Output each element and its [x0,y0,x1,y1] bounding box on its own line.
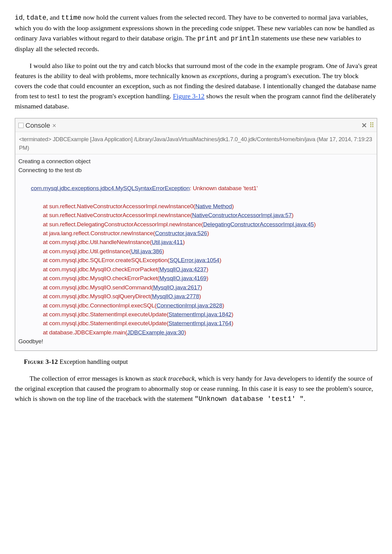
console-tab-decor: ⨯ [52,122,56,130]
code-unknown-db: "Unknown database 'test1' " [194,395,303,403]
trace-source-link[interactable]: Util.java:386 [131,248,162,254]
term-exceptions: exceptions [209,72,237,80]
stacktrace-line: at com.mysql.jdbc.MysqlIO.checkErrorPack… [18,274,374,283]
trace-prefix: at com.mysql.jdbc.MysqlIO.checkErrorPack… [43,275,159,281]
stacktrace-line: at com.mysql.jdbc.StatementImpl.executeU… [18,310,374,319]
trace-source-link[interactable]: JDBCExample.java:30 [127,329,184,336]
console-output: Creating a connection object Connecting … [15,154,377,350]
trace-source-link[interactable]: DelegatingConstructorAccessorImpl.java:4… [203,221,314,228]
trace-suffix: ) [207,230,209,236]
trace-prefix: at java.lang.reflect.Constructor.newInst… [43,230,155,236]
code-ttime: ttime [61,14,81,22]
stacktrace-line: at com.mysql.jdbc.MysqlIO.sqlQueryDirect… [18,292,374,301]
paragraph-2: I would also like to point out the try a… [15,61,377,111]
menu-icon[interactable]: ⠿ [369,120,374,130]
trace-prefix: at sun.reflect.NativeConstructorAccessor… [43,212,192,218]
console-tab-bar: Console ⨯ ✕ ⠿ [15,119,377,132]
trace-source-link[interactable]: ConnectionImpl.java:2828 [156,302,222,309]
output-line: Creating a connection object [18,157,374,166]
trace-prefix: at sun.reflect.NativeConstructorAccessor… [43,203,195,209]
trace-source-link[interactable]: MysqlIO.java:2778 [152,293,199,300]
text: , [23,13,26,21]
trace-suffix: ) [292,212,293,218]
text: , and [46,13,61,21]
text: . [304,395,306,402]
trace-source-link[interactable]: StatementImpl.java:1764 [168,320,232,326]
trace-prefix: at com.mysql.jdbc.Util.handleNewInstance… [43,239,152,245]
trace-source-link[interactable]: MysqlIO.java:4169 [159,275,206,281]
trace-source-link[interactable]: SQLError.java:1054 [169,257,219,263]
trace-source-link[interactable]: MysqlIO.java:4237 [159,266,206,273]
stacktrace-line: at sun.reflect.NativeConstructorAccessor… [18,211,374,220]
console-panel: Console ⨯ ✕ ⠿ <terminated> JDBCExample [… [15,118,377,351]
text: The collection of error messages is know… [29,375,153,382]
trace-suffix: ) [314,221,316,228]
console-toolbar: ✕ ⠿ [361,120,374,130]
stacktrace-line: at com.mysql.jdbc.ConnectionImpl.execSQL… [18,301,374,310]
trace-source-link[interactable]: Native Method [195,203,232,209]
trace-suffix: ) [162,248,164,254]
code-println: println [231,35,259,43]
trace-suffix: ) [232,203,234,209]
trace-suffix: ) [199,293,201,300]
stacktrace-line: at database.JDBCExample.main(JDBCExample… [18,328,374,337]
code-id: id [15,14,23,22]
stacktrace-line: at java.lang.reflect.Constructor.newInst… [18,229,374,238]
figure-link[interactable]: Figure 3-12 [173,92,205,100]
output-line: Connecting to the test db [18,166,374,175]
close-icon[interactable]: ✕ [361,120,367,130]
trace-suffix: ) [222,302,224,309]
output-line: Goodbye! [18,337,374,346]
figure-label: Figure 3-12 [24,358,58,365]
stacktrace-line: at com.mysql.jdbc.MysqlIO.checkErrorPack… [18,265,374,274]
trace-prefix: at database.JDBCExample.main( [43,329,127,336]
term-stack-traceback: stack traceback [153,375,194,382]
exception-class[interactable]: com.mysql.jdbc.exceptions.jdbc4.MySQLSyn… [31,185,190,191]
console-tab-label: Console [25,120,50,130]
figure-3-12: Console ⨯ ✕ ⠿ <terminated> JDBCExample [… [15,118,377,367]
figure-caption-text: Exception handling output [58,358,128,365]
text: and [217,34,231,42]
trace-suffix: ) [184,329,186,336]
exception-message: : Unknown database 'test1' [190,185,258,191]
stacktrace-line: at com.mysql.jdbc.Util.handleNewInstance… [18,238,374,247]
stacktrace-line: at com.mysql.jdbc.SQLError.createSQLExce… [18,256,374,265]
trace-suffix: ) [183,239,185,245]
console-tab[interactable]: Console ⨯ [18,120,56,130]
stacktrace-line: at sun.reflect.DelegatingConstructorAcce… [18,220,374,229]
trace-prefix: at com.mysql.jdbc.ConnectionImpl.execSQL… [43,302,156,309]
trace-prefix: at com.mysql.jdbc.StatementImpl.executeU… [43,311,168,318]
stacktrace-line: at com.mysql.jdbc.MysqlIO.sendCommand(My… [18,283,374,292]
trace-prefix: at com.mysql.jdbc.MysqlIO.sqlQueryDirect… [43,293,152,300]
figure-caption: Figure 3-12 Exception handling output [24,357,377,367]
console-icon [18,123,24,128]
trace-suffix: ) [232,311,233,318]
code-print: print [197,35,217,43]
trace-source-link[interactable]: StatementImpl.java:1842 [168,311,232,318]
trace-prefix: at com.mysql.jdbc.MysqlIO.sendCommand( [43,284,153,291]
stacktrace-line: at com.mysql.jdbc.Util.getInstance(Util.… [18,247,374,256]
stacktrace-line: at com.mysql.jdbc.StatementImpl.executeU… [18,319,374,328]
trace-suffix: ) [232,320,233,326]
terminated-line: <terminated> JDBCExample [Java Applicati… [15,132,377,154]
trace-suffix: ) [206,266,208,273]
trace-source-link[interactable]: Constructor.java:526 [155,230,207,236]
trace-prefix: at com.mysql.jdbc.StatementImpl.executeU… [43,320,168,326]
stacktrace-line: at sun.reflect.NativeConstructorAccessor… [18,202,374,211]
trace-source-link[interactable]: NativeConstructorAccessorImpl.java:57 [192,212,292,218]
paragraph-3: The collection of error messages is know… [15,373,377,404]
exception-header: com.mysql.jdbc.exceptions.jdbc4.MySQLSyn… [18,175,374,202]
trace-source-link[interactable]: MysqlIO.java:2617 [153,284,200,291]
code-tdate: tdate [26,14,46,22]
trace-prefix: at sun.reflect.DelegatingConstructorAcce… [43,221,203,228]
trace-source-link[interactable]: Util.java:411 [152,239,183,245]
trace-prefix: at com.mysql.jdbc.MysqlIO.checkErrorPack… [43,266,159,273]
trace-suffix: ) [200,284,202,291]
trace-prefix: at com.mysql.jdbc.SQLError.createSQLExce… [43,257,169,263]
trace-suffix: ) [219,257,221,263]
trace-prefix: at com.mysql.jdbc.Util.getInstance( [43,248,131,254]
paragraph-1: id, tdate, and ttime now hold the curren… [15,12,377,54]
trace-suffix: ) [206,275,208,281]
